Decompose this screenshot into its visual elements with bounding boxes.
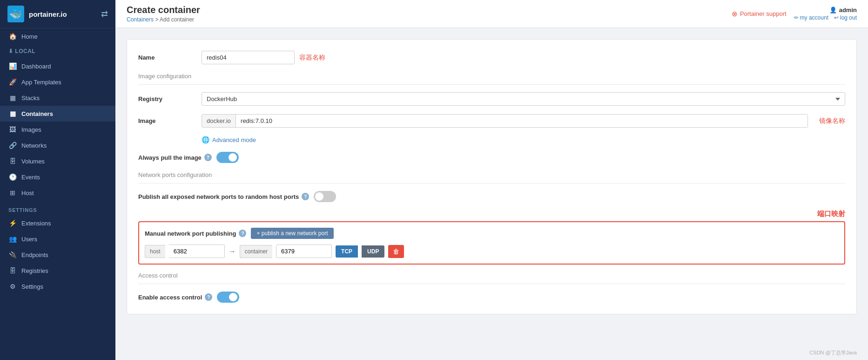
registry-label: Registry — [138, 95, 194, 102]
sidebar-item-endpoints-label: Endpoints — [21, 251, 48, 258]
image-prefix: docker.io — [202, 115, 236, 127]
user-info: 👤 admin ✏ my account ↩ log out — [794, 7, 857, 21]
delete-port-button[interactable]: 🗑 — [388, 245, 404, 258]
transfer-icon[interactable]: ⇄ — [101, 9, 108, 19]
port-row: host → container TCP UDP 🗑 — [145, 245, 839, 258]
sidebar-item-extensions[interactable]: ⚡ Extensions — [0, 215, 115, 231]
name-input[interactable] — [202, 51, 295, 64]
publish-all-row: Publish all exposed network ports to ran… — [138, 191, 845, 202]
logout-icon: ↩ — [834, 14, 839, 21]
main-content: Create container Containers > Add contai… — [115, 0, 868, 360]
udp-button[interactable]: UDP — [362, 245, 384, 258]
image-config-section-title: Image configuration — [138, 73, 845, 85]
name-input-group: 容器名称 — [202, 51, 325, 64]
image-row: Image docker.io 镜像名称 — [138, 114, 845, 128]
breadcrumb-separator: > — [155, 16, 158, 23]
admin-name-label: admin — [839, 7, 857, 14]
always-pull-help-icon[interactable]: ? — [204, 154, 212, 161]
sidebar-item-registries[interactable]: 🗄 Registries — [0, 263, 115, 278]
sidebar-item-networks-label: Networks — [21, 142, 47, 149]
app-templates-icon: 🚀 — [8, 78, 17, 86]
always-pull-row: Always pull the image ? — [138, 152, 845, 163]
sidebar-item-dashboard-label: Dashboard — [21, 63, 51, 70]
topbar-left: Create container Containers > Add contai… — [127, 5, 200, 23]
enable-access-label: Enable access control ? — [138, 293, 212, 301]
port-annotation: 端口映射 — [138, 210, 845, 218]
support-link[interactable]: ⊗ Portainer support — [732, 10, 787, 18]
network-ports-section-title: Network ports configuration — [138, 171, 845, 183]
footer-note: CSDN @丁总学Java — [115, 346, 868, 360]
sidebar-item-images-label: Images — [21, 126, 41, 133]
manual-port-label: Manual network port publishing ? — [145, 230, 246, 237]
sidebar-item-app-templates-label: App Templates — [21, 79, 61, 86]
sidebar-item-dashboard[interactable]: 📊 Dashboard — [0, 58, 115, 74]
images-icon: 🖼 — [8, 126, 17, 133]
networks-icon: 🔗 — [8, 142, 17, 149]
sidebar-logo: 🐳 portainer.io ⇄ — [0, 0, 115, 28]
sidebar-item-stacks-label: Stacks — [21, 95, 40, 102]
events-icon: 🕐 — [8, 173, 17, 181]
sidebar-item-volumes[interactable]: 🗄 Volumes — [0, 153, 115, 169]
access-control-section-title: Access control — [138, 272, 845, 284]
breadcrumb: Containers > Add container — [127, 16, 200, 23]
registry-select[interactable]: DockerHub — [202, 92, 845, 106]
host-port-input[interactable] — [169, 245, 225, 258]
enable-access-toggle[interactable] — [217, 292, 239, 303]
sidebar-item-host[interactable]: ⊞ Host — [0, 185, 115, 201]
svg-text:🐳: 🐳 — [9, 8, 22, 20]
settings-icon: ⚙ — [8, 283, 17, 290]
sidebar-item-endpoints[interactable]: 🔌 Endpoints — [0, 247, 115, 263]
manual-port-section: Manual network port publishing ? + publi… — [138, 221, 845, 265]
enable-access-help-icon[interactable]: ? — [205, 293, 212, 301]
always-pull-label: Always pull the image ? — [138, 154, 212, 161]
admin-name: 👤 admin — [829, 7, 857, 14]
port-arrow-icon: → — [229, 247, 236, 256]
user-avatar-icon: 👤 — [829, 7, 837, 14]
sidebar-item-networks[interactable]: 🔗 Networks — [0, 137, 115, 153]
publish-all-toggle[interactable] — [314, 191, 336, 202]
advanced-mode-label: Advanced mode — [212, 136, 256, 143]
name-annotation: 容器名称 — [299, 54, 325, 62]
log-out-link[interactable]: ↩ log out — [834, 14, 857, 21]
manual-port-header: Manual network port publishing ? + publi… — [145, 228, 839, 239]
extensions-icon: ⚡ — [8, 219, 17, 227]
dashboard-icon: 📊 — [8, 62, 17, 70]
sidebar-item-app-templates[interactable]: 🚀 App Templates — [0, 74, 115, 90]
support-label: Portainer support — [740, 10, 787, 17]
topbar: Create container Containers > Add contai… — [115, 0, 868, 28]
sidebar-item-users[interactable]: 👥 Users — [0, 231, 115, 247]
registry-row: Registry DockerHub — [138, 92, 845, 106]
home-icon: 🏠 — [8, 33, 17, 40]
manual-port-help-icon[interactable]: ? — [239, 230, 246, 237]
sidebar-item-host-label: Host — [21, 190, 34, 197]
sidebar-item-stacks[interactable]: ▦ Stacks — [0, 90, 115, 106]
name-label: Name — [138, 54, 194, 61]
form-card: Name 容器名称 Image configuration Registry D… — [127, 39, 857, 314]
sidebar-item-settings[interactable]: ⚙ Settings — [0, 278, 115, 294]
sidebar: 🐳 portainer.io ⇄ 🏠 Home ⬇ LOCAL 📊 Dashbo… — [0, 0, 115, 360]
image-name-input[interactable] — [236, 115, 807, 127]
containers-icon: ▦ — [8, 110, 17, 117]
volumes-icon: 🗄 — [8, 157, 17, 165]
my-account-link[interactable]: ✏ my account — [794, 14, 828, 21]
globe-icon: 🌐 — [202, 136, 209, 143]
content-area: Name 容器名称 Image configuration Registry D… — [115, 28, 868, 346]
image-label: Image — [138, 117, 194, 124]
support-icon: ⊗ — [732, 10, 738, 18]
container-port-input[interactable] — [276, 245, 332, 258]
sidebar-item-users-label: Users — [21, 236, 37, 243]
breadcrumb-parent[interactable]: Containers — [127, 16, 154, 23]
sidebar-item-home[interactable]: 🏠 Home — [0, 28, 115, 44]
sidebar-item-registries-label: Registries — [21, 267, 48, 274]
sidebar-item-events[interactable]: 🕐 Events — [0, 169, 115, 185]
always-pull-toggle[interactable] — [216, 152, 239, 163]
sidebar-item-containers[interactable]: ▦ Containers — [0, 106, 115, 122]
host-icon: ⊞ — [8, 189, 17, 197]
advanced-mode-link[interactable]: 🌐 Advanced mode — [202, 136, 845, 143]
tcp-button[interactable]: TCP — [336, 245, 358, 258]
sidebar-item-settings-label: Settings — [21, 283, 43, 290]
sidebar-item-images[interactable]: 🖼 Images — [0, 122, 115, 137]
publish-all-help-icon[interactable]: ? — [302, 193, 309, 200]
add-port-button[interactable]: + publish a new network port — [251, 228, 333, 239]
page-title: Create container — [127, 5, 200, 15]
